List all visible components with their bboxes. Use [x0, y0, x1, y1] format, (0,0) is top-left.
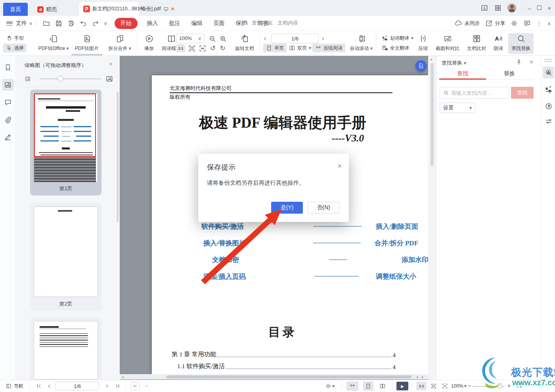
doc-link[interactable]: 添加水印	[402, 255, 428, 264]
new-tab-button[interactable]: +	[139, 4, 144, 13]
prev-page-icon[interactable]: ‹	[264, 35, 266, 42]
fullscreen-button[interactable]	[516, 382, 522, 390]
rotate-left-icon[interactable]: ↺	[210, 45, 215, 52]
status-continuous-button[interactable]	[346, 381, 358, 391]
status-play-button[interactable]: ▶	[396, 382, 408, 390]
thumbnail-page-2[interactable]: 第2页	[30, 203, 101, 311]
panel-scrollbar[interactable]	[117, 92, 119, 222]
find-panel-close-icon[interactable]: ×	[530, 59, 533, 66]
navigation-toggle[interactable]: 导航	[6, 380, 23, 392]
dialog-close-icon[interactable]: ×	[337, 162, 342, 170]
rotate-right-icon[interactable]: ↻	[220, 45, 225, 52]
screenshot-compare-button[interactable]: 截图和对比	[433, 33, 462, 52]
signature-panel-button[interactable]	[2, 131, 14, 143]
menu-annotate[interactable]: 批注	[169, 20, 180, 27]
horizontal-scrollbar[interactable]: ◂ ◂ ▸	[120, 374, 428, 379]
collapse-ribbon-icon[interactable]: ∧	[547, 21, 551, 26]
scroll-left-icon[interactable]: ◂	[122, 375, 124, 379]
window-mode-icon[interactable]	[480, 4, 488, 12]
next-page-icon[interactable]: ›	[322, 35, 324, 42]
status-page-input[interactable]: 1/6	[56, 382, 99, 390]
user-avatar[interactable]	[507, 4, 516, 12]
scroll-right-icon[interactable]: ▸	[422, 375, 424, 379]
panel-drag-handle[interactable]	[544, 59, 552, 63]
first-page-icon[interactable]	[36, 383, 42, 389]
close-button[interactable]: ×	[547, 5, 551, 11]
find-button[interactable]: 查找	[511, 87, 534, 99]
fit-page-icon[interactable]	[188, 44, 196, 52]
status-fit-width-button[interactable]	[440, 382, 450, 390]
scroll-left-icon[interactable]: ◂	[416, 375, 418, 379]
dialog-no-button[interactable]: 否(N)	[308, 202, 339, 214]
split-merge-button[interactable]: 拆分合并 ▾	[105, 33, 135, 52]
toc-row[interactable]: 1.1 软件购买/激活4	[172, 362, 396, 371]
status-fit-page-button[interactable]	[429, 382, 438, 390]
read-aloud-button[interactable]: 朗读	[491, 33, 506, 52]
zoom-out-icon[interactable]	[209, 35, 216, 43]
comments-panel-button[interactable]	[2, 96, 14, 108]
thumbnails-panel-button[interactable]	[2, 79, 14, 91]
dialog-yes-button[interactable]: 是(Y)	[271, 202, 303, 214]
full-translate-button[interactable]: 全文翻译	[379, 44, 412, 52]
scroll-up-icon[interactable]: ▴	[430, 57, 432, 61]
find-input[interactable]	[451, 90, 503, 96]
pdf-to-office-button[interactable]: PDF转Office ▾	[36, 33, 71, 52]
doc-link[interactable]: 插入/替换图片	[203, 239, 246, 248]
doc-link[interactable]: 调整纸张大小	[376, 272, 416, 281]
redo-icon[interactable]	[92, 19, 100, 27]
prev-page-icon[interactable]	[46, 383, 52, 389]
next-page-icon[interactable]	[104, 383, 110, 389]
doc-compare-button[interactable]: 文档比对	[465, 33, 488, 52]
bookmarks-panel-button[interactable]	[2, 61, 14, 73]
undo-icon[interactable]	[79, 19, 87, 27]
status-actual-size-button[interactable]: 1:1	[416, 382, 427, 390]
file-caret-icon[interactable]: ∨	[29, 21, 33, 26]
status-double-page-button[interactable]	[377, 381, 388, 391]
rotate-document-button[interactable]: 旋转文档	[232, 33, 258, 52]
status-zoom-select[interactable]: 100% ▾	[451, 380, 467, 392]
function-search[interactable]: 查找功能、文档内容	[243, 19, 298, 27]
hamburger-icon[interactable]	[6, 21, 13, 25]
status-single-page-button[interactable]	[363, 381, 373, 391]
doc-link[interactable]: 添加/插入页码	[203, 272, 246, 281]
zoom-plus-button[interactable]: +	[507, 382, 511, 389]
thumb-size-slider[interactable]	[40, 78, 101, 79]
doc-link[interactable]: 合并/拆分 PDF	[375, 239, 418, 248]
find-panel-title[interactable]: 查找替换 ▾	[442, 59, 466, 67]
play-button[interactable]: 播放	[140, 33, 158, 52]
panel-close-icon[interactable]: ×	[109, 61, 113, 68]
zoom-in-icon[interactable]	[219, 35, 227, 43]
thumbnail-page-3[interactable]	[30, 317, 101, 380]
attachments-panel-button[interactable]	[2, 114, 14, 126]
more-icon[interactable]: ⋮	[536, 21, 542, 26]
vertical-scrollbar-thumb[interactable]	[431, 63, 434, 166]
find-settings-select[interactable]: 设置 ▾	[440, 103, 475, 113]
pdf-page[interactable]: 北京海腾时代科技有限公司 版权所有 极速 PDF 编辑器使用手册 ----V3.…	[152, 75, 428, 375]
zoom-minus-button[interactable]: −	[468, 382, 471, 389]
select-tool[interactable]: 选择	[3, 44, 27, 52]
find-replace-button[interactable]: 查找替换	[508, 33, 534, 54]
toc-row[interactable]: 第 1 章 常用功能4	[172, 350, 396, 359]
settings-gear-icon[interactable]	[510, 19, 518, 27]
docer-tab[interactable]: d 稻壳	[32, 3, 63, 16]
tab-find[interactable]: 查找	[439, 70, 486, 77]
vertical-scrollbar[interactable]: ▴	[428, 56, 436, 380]
print-icon[interactable]	[67, 19, 75, 27]
tab-replace[interactable]: 替换	[486, 70, 533, 77]
zoom-select[interactable]: 100% ∨	[176, 34, 205, 43]
share-button[interactable]: 分享	[485, 19, 505, 27]
translate-tool-button[interactable]	[543, 83, 554, 95]
feedback-icon[interactable]	[523, 19, 531, 27]
find-tool-button[interactable]	[543, 67, 554, 78]
menu-start[interactable]: 开始	[115, 18, 138, 29]
eye-protection-button[interactable]: ▾	[325, 380, 335, 392]
minimize-button[interactable]: –	[528, 5, 531, 11]
word-translate-button[interactable]: 划词翻译 ▾	[379, 34, 416, 42]
thumbnail-page-1[interactable]: 第1页	[30, 90, 101, 195]
horizontal-scrollbar-thumb[interactable]	[166, 375, 411, 379]
pin-icon[interactable]	[516, 59, 522, 65]
compress-button[interactable]: 压缩	[415, 33, 431, 52]
continuous-read-button[interactable]: 连续阅读	[312, 44, 345, 52]
zoom-slider-knob[interactable]	[497, 383, 502, 388]
menu-edit[interactable]: 编辑	[191, 20, 203, 27]
